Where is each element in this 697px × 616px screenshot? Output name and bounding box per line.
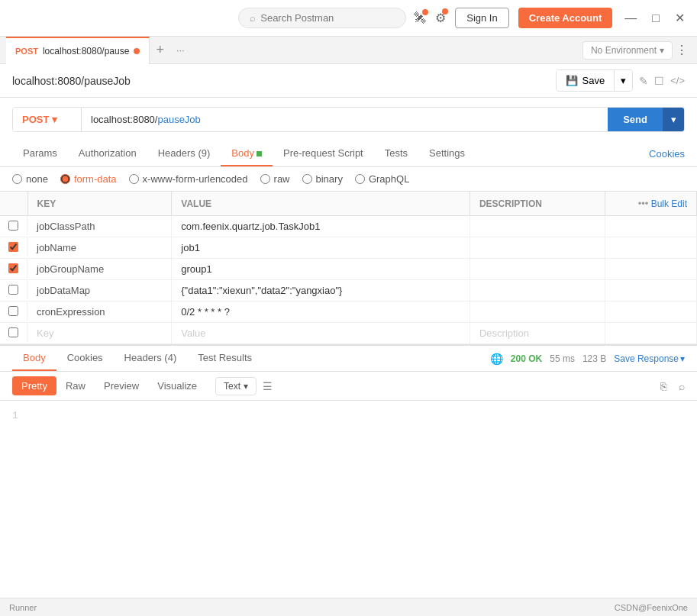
resp-tab-body[interactable]: Body (12, 346, 56, 371)
tab-pre-request[interactable]: Pre-request Script (273, 141, 374, 166)
search-input[interactable] (260, 12, 375, 24)
close-button[interactable]: ✕ (672, 11, 688, 25)
fmt-tab-preview[interactable]: Preview (95, 376, 148, 395)
row-value-cell[interactable]: group1 (172, 259, 470, 280)
row-desc-cell[interactable] (470, 259, 605, 280)
row-desc-cell[interactable] (470, 216, 605, 237)
save-response-button[interactable]: Save Response ▾ (614, 353, 685, 364)
radio-none[interactable] (12, 174, 22, 184)
row-value-cell[interactable]: com.feenix.quartz.job.TaskJob1 (172, 216, 470, 237)
minimize-button[interactable]: — (621, 11, 640, 25)
url-input-display[interactable]: localhost:8080/pauseJob (82, 108, 608, 131)
copy-icon-button[interactable]: ⎘ (660, 380, 666, 392)
tab-settings[interactable]: Settings (418, 141, 476, 166)
tab-authorization[interactable]: Authorization (68, 141, 147, 166)
format-icon-button[interactable]: ☰ (263, 380, 273, 392)
row-value-cell[interactable]: {"data1":"xiexun","data2":"yangxiao"} (172, 280, 470, 302)
row-checkbox[interactable] (8, 306, 18, 316)
body-type-graphql[interactable]: GraphQL (355, 173, 409, 185)
fmt-tab-raw[interactable]: Raw (56, 376, 95, 395)
response-time: 55 ms (550, 353, 575, 364)
method-selector[interactable]: POST ▾ (13, 108, 82, 131)
create-account-button[interactable]: Create Account (518, 8, 613, 28)
save-label: Save (582, 75, 605, 86)
row-checkbox[interactable] (8, 285, 18, 295)
new-row-value-cell[interactable]: Value (172, 323, 470, 344)
tab-tests[interactable]: Tests (374, 141, 418, 166)
radio-graphql[interactable] (355, 174, 365, 184)
resp-tab-test-results[interactable]: Test Results (187, 346, 263, 371)
table-row: jobGroupName group1 (0, 259, 697, 280)
row-key-cell[interactable]: cronExpression (27, 302, 172, 323)
row-key-cell[interactable]: jobDataMap (27, 280, 172, 302)
new-row-checkbox[interactable] (8, 327, 18, 337)
new-row-key-cell[interactable]: Key (27, 323, 172, 344)
send-button-group: Send ▾ (608, 108, 684, 131)
table-body: jobClassPath com.feenix.quartz.job.TaskJ… (0, 216, 697, 344)
resp-tab-cookies[interactable]: Cookies (56, 346, 114, 371)
search-icon: ⌕ (250, 12, 256, 24)
tab-headers[interactable]: Headers (9) (147, 141, 221, 166)
request-title: localhost:8080/pauseJob (12, 75, 550, 87)
row-actions-cell (605, 302, 697, 323)
response-format-bar: Pretty Raw Preview Visualize Text ▾ ☰ ⎘ … (0, 372, 697, 401)
edit-icon-button[interactable]: ✎ (639, 75, 648, 87)
tab-item-pause[interactable]: POST localhost:8080/pause (6, 37, 150, 64)
body-type-raw[interactable]: raw (260, 173, 290, 185)
save-dropdown-button[interactable]: ▾ (614, 70, 632, 91)
tab-url-label: localhost:8080/pause (43, 46, 129, 56)
maximize-button[interactable]: □ (649, 11, 663, 25)
row-value-cell[interactable]: 0/2 * * * * ? (172, 302, 470, 323)
row-key-cell[interactable]: jobClassPath (27, 216, 172, 237)
runner-label[interactable]: Runner (9, 603, 37, 612)
radio-form-data[interactable] (60, 174, 70, 184)
titlebar: ⌕ 🛰 ⚙ Sign In Create Account — □ ✕ (0, 0, 697, 37)
row-desc-cell[interactable] (470, 302, 605, 323)
environment-selector[interactable]: No Environment ▾ (582, 41, 673, 60)
search-response-button[interactable]: ⌕ (679, 380, 685, 392)
row-checkbox[interactable] (8, 221, 18, 231)
radio-raw[interactable] (260, 174, 270, 184)
sidebar-layout-icon[interactable]: ⋮ (673, 43, 691, 57)
radio-binary[interactable] (302, 174, 312, 184)
row-desc-cell[interactable] (470, 280, 605, 302)
search-bar[interactable]: ⌕ (238, 8, 406, 28)
row-checkbox[interactable] (8, 263, 18, 273)
resp-tab-headers[interactable]: Headers (4) (114, 346, 188, 371)
bulk-edit-button[interactable]: Bulk Edit (651, 198, 687, 209)
radio-urlencoded[interactable] (129, 174, 139, 184)
send-button[interactable]: Send (608, 108, 663, 131)
body-type-none[interactable]: none (12, 173, 48, 185)
row-key-cell[interactable]: jobName (27, 237, 172, 259)
cookies-link[interactable]: Cookies (649, 142, 685, 166)
save-button[interactable]: 💾 Save (557, 70, 615, 91)
row-value-cell[interactable]: job1 (172, 237, 470, 259)
new-row: Key Value Description (0, 323, 697, 344)
new-row-desc-cell[interactable]: Description (470, 323, 605, 344)
row-checkbox[interactable] (8, 242, 18, 252)
fmt-tab-pretty[interactable]: Pretty (12, 376, 56, 395)
body-type-urlencoded[interactable]: x-www-form-urlencoded (129, 173, 248, 185)
layout-icon-button[interactable]: ☐ (654, 75, 664, 87)
settings-icon-button[interactable]: ⚙ (435, 11, 446, 25)
fmt-tab-visualize[interactable]: Visualize (148, 376, 206, 395)
tab-body[interactable]: Body (221, 141, 273, 166)
code-view-button[interactable]: </> (670, 75, 685, 86)
row-actions-cell (605, 280, 697, 302)
globe-icon: 🌐 (490, 353, 503, 365)
row-checkbox-cell (0, 302, 27, 321)
row-key-cell[interactable]: jobGroupName (27, 259, 172, 280)
table-more-button[interactable]: ••• (638, 198, 649, 209)
row-desc-cell[interactable] (470, 237, 605, 259)
body-type-form-data[interactable]: form-data (60, 173, 117, 185)
body-active-dot (257, 151, 262, 156)
text-format-selector[interactable]: Text ▾ (215, 377, 257, 395)
body-type-binary[interactable]: binary (302, 173, 343, 185)
tab-params[interactable]: Params (12, 141, 68, 166)
send-dropdown-button[interactable]: ▾ (663, 108, 684, 131)
sign-in-button[interactable]: Sign In (455, 8, 508, 28)
tab-more-button[interactable]: ··· (170, 44, 191, 56)
satellite-icon-button[interactable]: 🛰 (414, 11, 426, 25)
response-section: Body Cookies Headers (4) Test Results 🌐 … (0, 344, 697, 523)
new-tab-button[interactable]: + (150, 42, 170, 58)
